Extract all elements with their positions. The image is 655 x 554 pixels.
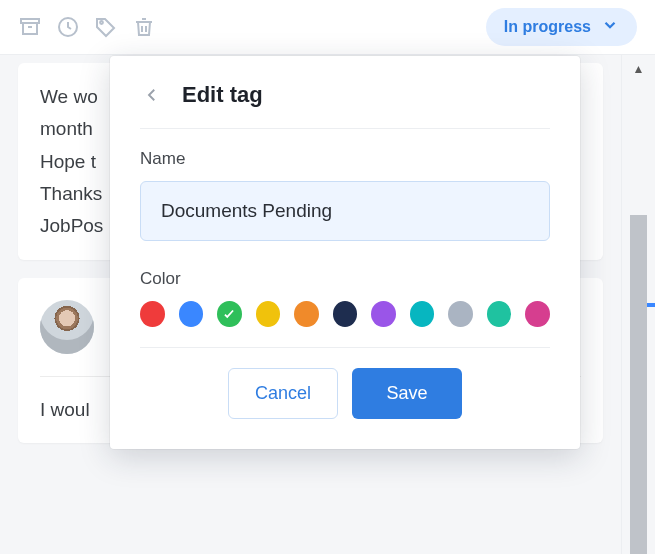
tag-icon[interactable] — [94, 15, 118, 39]
color-swatch[interactable] — [487, 301, 512, 327]
avatar — [40, 300, 94, 354]
color-swatch[interactable] — [371, 301, 396, 327]
clock-icon[interactable] — [56, 15, 80, 39]
color-swatch[interactable] — [217, 301, 242, 327]
color-swatch[interactable] — [333, 301, 358, 327]
archive-icon[interactable] — [18, 15, 42, 39]
toolbar: In progress — [0, 0, 655, 55]
color-swatch[interactable] — [294, 301, 319, 327]
status-label: In progress — [504, 18, 591, 36]
svg-rect-0 — [21, 19, 39, 23]
back-button[interactable] — [140, 83, 164, 107]
trash-icon[interactable] — [132, 15, 156, 39]
color-swatch[interactable] — [140, 301, 165, 327]
status-dropdown[interactable]: In progress — [486, 8, 637, 46]
chevron-down-icon — [601, 16, 619, 38]
color-swatch[interactable] — [448, 301, 473, 327]
divider — [140, 128, 550, 129]
toolbar-left — [18, 15, 156, 39]
edit-tag-modal: Edit tag Name Color Cancel Save — [110, 56, 580, 449]
color-field-label: Color — [140, 269, 550, 289]
scrollbar[interactable]: ▲ — [621, 55, 655, 554]
color-swatch-row — [140, 301, 550, 327]
modal-header: Edit tag — [140, 82, 550, 108]
scroll-thumb[interactable] — [630, 215, 647, 554]
tag-name-input[interactable] — [140, 181, 550, 241]
modal-title: Edit tag — [182, 82, 263, 108]
scroll-up-arrow[interactable]: ▲ — [622, 55, 655, 83]
scroll-marker — [647, 303, 655, 307]
modal-actions: Cancel Save — [140, 368, 550, 419]
save-button[interactable]: Save — [352, 368, 462, 419]
color-swatch[interactable] — [256, 301, 281, 327]
divider — [140, 347, 550, 348]
color-swatch[interactable] — [179, 301, 204, 327]
cancel-button[interactable]: Cancel — [228, 368, 338, 419]
svg-point-2 — [100, 21, 103, 24]
color-swatch[interactable] — [410, 301, 435, 327]
name-field-label: Name — [140, 149, 550, 169]
color-swatch[interactable] — [525, 301, 550, 327]
